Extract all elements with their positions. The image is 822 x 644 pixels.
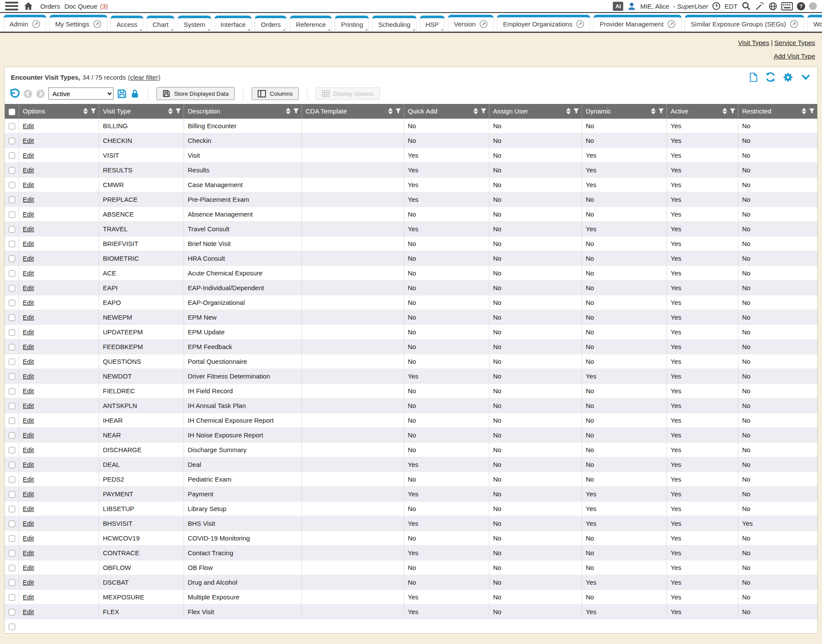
tab-chart[interactable]: Chart xyxy=(146,16,175,32)
tab-access[interactable]: Access xyxy=(110,16,143,32)
row-checkbox[interactable] xyxy=(9,226,15,233)
clock-icon[interactable] xyxy=(712,2,721,10)
new-document-icon[interactable] xyxy=(749,72,758,82)
edit-link[interactable]: Edit xyxy=(23,181,34,188)
row-checkbox[interactable] xyxy=(9,152,15,159)
row-checkbox[interactable] xyxy=(9,506,15,512)
row-checkbox[interactable] xyxy=(9,476,15,483)
column-header-quick-add[interactable]: Quick Add xyxy=(404,104,489,119)
row-checkbox[interactable] xyxy=(9,594,15,601)
column-header-dynamic[interactable]: Dynamic xyxy=(582,104,667,119)
edit-link[interactable]: Edit xyxy=(23,417,34,424)
row-checkbox[interactable] xyxy=(9,314,15,321)
edit-link[interactable]: Edit xyxy=(23,343,34,350)
search-icon[interactable] xyxy=(741,1,751,11)
edit-link[interactable]: Edit xyxy=(23,358,34,365)
edit-link[interactable]: Edit xyxy=(23,446,34,453)
tab-hsp[interactable]: HSP xyxy=(420,16,445,32)
edit-link[interactable]: Edit xyxy=(23,505,34,512)
edit-link[interactable]: Edit xyxy=(23,137,34,144)
row-checkbox[interactable] xyxy=(9,167,15,174)
column-header-options[interactable]: Options xyxy=(19,104,99,119)
row-checkbox[interactable] xyxy=(9,462,15,468)
lock-icon[interactable] xyxy=(130,89,139,99)
row-checkbox[interactable] xyxy=(9,403,15,409)
row-checkbox[interactable] xyxy=(9,138,15,144)
row-checkbox[interactable] xyxy=(9,565,15,571)
previous-page-icon[interactable] xyxy=(23,89,32,98)
filter-funnel-icon[interactable] xyxy=(395,108,401,114)
column-header-active[interactable]: Active xyxy=(667,104,738,119)
edit-link[interactable]: Edit xyxy=(23,579,34,586)
filter-funnel-icon[interactable] xyxy=(91,108,96,114)
collapse-chevron-icon[interactable] xyxy=(800,72,811,82)
column-header-assign-user[interactable]: Assign User xyxy=(489,104,582,119)
edit-link[interactable]: Edit xyxy=(23,549,34,557)
edit-link[interactable]: Edit xyxy=(23,166,34,174)
edit-link[interactable]: Edit xyxy=(23,240,34,247)
filter-funnel-icon[interactable] xyxy=(175,108,181,114)
tab-scheduling[interactable]: Scheduling xyxy=(372,16,416,32)
filter-funnel-icon[interactable] xyxy=(809,108,815,114)
row-checkbox[interactable] xyxy=(9,241,15,247)
wand-icon[interactable] xyxy=(755,1,764,11)
select-all-header[interactable] xyxy=(5,104,19,119)
sort-icon[interactable] xyxy=(722,108,727,114)
edit-link[interactable]: Edit xyxy=(23,402,34,409)
tab-employer-organizations[interactable]: Employer Organizations xyxy=(497,15,590,32)
row-checkbox[interactable] xyxy=(9,285,15,291)
tab-admin[interactable]: Admin xyxy=(3,15,46,32)
row-checkbox[interactable] xyxy=(9,609,15,615)
row-checkbox[interactable] xyxy=(9,359,15,365)
sort-icon[interactable] xyxy=(651,108,656,114)
row-checkbox[interactable] xyxy=(9,447,15,453)
edit-link[interactable]: Edit xyxy=(23,387,34,395)
tab-work-locations[interactable]: Work Locations xyxy=(807,15,822,32)
filter-funnel-icon[interactable] xyxy=(730,108,735,114)
tab-provider-management[interactable]: Provider Management xyxy=(593,15,682,32)
tab-version[interactable]: Version xyxy=(448,15,494,32)
store-displayed-data-button[interactable]: Store Displayed Data xyxy=(156,87,235,100)
sort-icon[interactable] xyxy=(802,108,806,114)
row-checkbox[interactable] xyxy=(9,491,15,498)
row-checkbox[interactable] xyxy=(9,344,15,350)
edit-link[interactable]: Edit xyxy=(23,152,34,159)
edit-link[interactable]: Edit xyxy=(23,269,34,277)
sort-icon[interactable] xyxy=(473,108,478,114)
tab-printing[interactable]: Printing xyxy=(335,16,369,32)
tab-reference[interactable]: Reference xyxy=(290,16,332,32)
edit-link[interactable]: Edit xyxy=(23,299,34,306)
edit-link[interactable]: Edit xyxy=(23,328,34,336)
edit-link[interactable]: Edit xyxy=(23,490,34,498)
display-options-button[interactable]: Display Options xyxy=(316,87,380,100)
edit-link[interactable]: Edit xyxy=(23,210,34,218)
row-checkbox[interactable] xyxy=(9,256,15,262)
help-icon[interactable]: ? xyxy=(797,2,805,10)
save-filter-icon[interactable] xyxy=(117,89,127,99)
sort-icon[interactable] xyxy=(566,108,571,114)
service-types-link[interactable]: Service Types xyxy=(774,39,815,46)
column-header-cda-template[interactable]: CDA Template xyxy=(301,104,404,119)
globe-icon[interactable] xyxy=(768,2,777,11)
row-checkbox[interactable] xyxy=(9,182,15,188)
filter-funnel-icon[interactable] xyxy=(293,108,299,114)
row-checkbox[interactable] xyxy=(9,550,15,557)
next-page-icon[interactable] xyxy=(36,89,45,98)
row-checkbox[interactable] xyxy=(9,432,15,439)
edit-link[interactable]: Edit xyxy=(23,225,34,233)
edit-link[interactable]: Edit xyxy=(23,196,34,203)
edit-link[interactable]: Edit xyxy=(23,255,34,262)
sort-icon[interactable] xyxy=(388,108,393,114)
row-checkbox[interactable] xyxy=(9,373,15,380)
breadcrumb-doc-queue[interactable]: Doc Queue xyxy=(65,3,97,10)
breadcrumb-orders[interactable]: Orders xyxy=(40,3,60,10)
tab-orders[interactable]: Orders xyxy=(255,16,287,32)
edit-link[interactable]: Edit xyxy=(23,476,34,483)
edit-link[interactable]: Edit xyxy=(23,372,34,380)
row-checkbox[interactable] xyxy=(9,329,15,336)
sort-icon[interactable] xyxy=(83,108,88,114)
column-header-visit-type[interactable]: Visit Type xyxy=(99,104,184,119)
filter-funnel-icon[interactable] xyxy=(481,108,486,114)
footer-checkbox[interactable] xyxy=(9,624,15,630)
tab-my-settings[interactable]: My Settings xyxy=(49,15,107,32)
